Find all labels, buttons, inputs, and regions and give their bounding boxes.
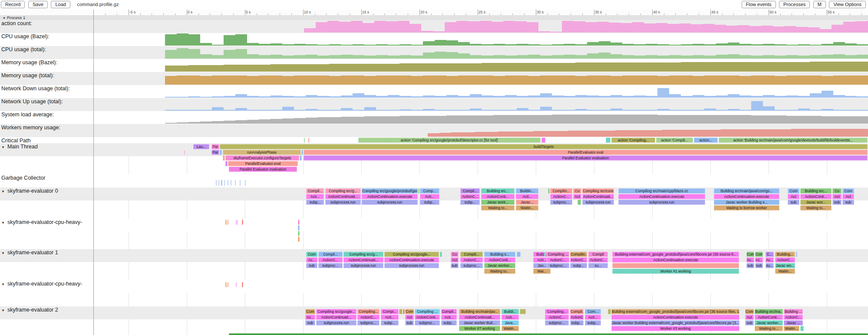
event-bar[interactable]: ActionC... (460, 194, 480, 199)
mem-bazel-chart[interactable] (93, 59, 868, 72)
event-bar[interactable]: subprocess.run (343, 263, 383, 268)
save-button[interactable]: Save (28, 1, 48, 8)
event-bar[interactable]: Compiling src/main/cpp/blaze.cc (618, 188, 705, 194)
event-bar[interactable] (228, 220, 228, 225)
event-bar[interactable]: sub (842, 200, 854, 205)
event-bar[interactable]: subprocess.run (316, 320, 356, 325)
event-bar[interactable]: Building src/main/jav... (459, 309, 500, 314)
event-bar[interactable]: Com (745, 309, 754, 314)
event-bar[interactable]: ActionContinuation.execute (384, 257, 439, 263)
event-bar[interactable]: subproc... (318, 263, 343, 268)
event-bar[interactable]: Javac worker Building s... (714, 200, 779, 205)
event-bar[interactable]: Co (832, 188, 842, 194)
event-bar[interactable] (224, 180, 225, 186)
event-bar[interactable] (796, 252, 797, 257)
event-bar[interactable] (298, 220, 300, 225)
metadata-button[interactable]: M (813, 1, 826, 8)
event-bar[interactable] (236, 220, 237, 225)
event-bar[interactable]: sub (746, 263, 754, 268)
event-bar[interactable] (578, 200, 581, 205)
cpu-total-chart[interactable] (93, 46, 868, 59)
event-bar[interactable]: ActionC... (570, 257, 587, 263)
event-bar[interactable] (237, 220, 238, 225)
event-bar[interactable] (298, 231, 300, 236)
event-bar[interactable]: subproc... (550, 200, 572, 205)
event-bar[interactable] (308, 138, 309, 143)
event-bar[interactable]: Compiling ... (547, 252, 569, 257)
event-bar[interactable] (236, 282, 237, 287)
collapse-arrow-icon[interactable]: ▼ (1, 282, 5, 286)
collapse-arrow-icon[interactable]: ▼ (3, 16, 6, 20)
event-bar[interactable] (231, 180, 231, 186)
flow-events-button[interactable]: Flow events (742, 1, 776, 8)
event-bar[interactable]: Par (211, 150, 219, 155)
event-bar[interactable]: Waitin... (784, 326, 799, 331)
event-bar[interactable]: Compiling src/google... (384, 252, 439, 257)
event-bar[interactable]: sub (745, 320, 754, 325)
event-bar[interactable]: ActionC... (545, 315, 569, 320)
event-bar[interactable]: Acti... (585, 315, 601, 320)
event-bar[interactable]: Building external/com_google_protobuf/ja… (612, 252, 739, 257)
event-bar[interactable]: subp... (460, 200, 480, 205)
event-bar[interactable] (223, 155, 225, 161)
event-bar[interactable]: subproc... (357, 320, 380, 325)
event-bar[interactable]: subp... (585, 320, 601, 325)
event-bar[interactable] (229, 333, 868, 335)
event-bar[interactable] (245, 180, 246, 186)
collapse-arrow-icon[interactable]: ▼ (1, 251, 5, 255)
event-bar[interactable]: sub (832, 200, 842, 205)
event-bar[interactable]: Com (305, 309, 315, 314)
event-bar[interactable]: Com (788, 188, 799, 194)
event-bar[interactable] (544, 252, 546, 257)
event-bar[interactable]: ActionContinuation.execute (714, 194, 779, 199)
event-bar[interactable]: sub (451, 263, 459, 268)
event-bar[interactable]: Compiling... (357, 309, 380, 314)
event-bar[interactable] (225, 220, 227, 225)
event-bar[interactable]: su... (766, 263, 774, 268)
event-bar[interactable]: ActionC... (550, 194, 572, 199)
event-bar[interactable]: su... (588, 263, 608, 268)
event-bar[interactable]: Ac... (746, 257, 754, 263)
event-bar[interactable]: ActionC... (318, 257, 343, 263)
event-bar[interactable] (541, 138, 545, 143)
event-bar[interactable]: Javac wor... (800, 200, 832, 205)
event-bar[interactable]: ActionC... (775, 257, 795, 263)
event-bar[interactable]: Acti... (306, 194, 324, 199)
event-bar[interactable]: Compilin... (570, 252, 587, 257)
event-bar[interactable] (225, 282, 227, 287)
event-bar[interactable]: Javac worker Buil... (459, 320, 500, 325)
record-button[interactable]: Record (1, 1, 25, 8)
collapse-arrow-icon[interactable]: ▼ (1, 309, 5, 312)
event-bar[interactable]: ActionContinuation.execute (362, 194, 418, 199)
event-bar[interactable]: Act (405, 315, 414, 320)
event-bar[interactable] (520, 309, 526, 314)
event-bar[interactable] (301, 150, 303, 155)
event-bar[interactable]: Wai... (533, 269, 551, 274)
event-bar[interactable]: Ac... (766, 257, 774, 263)
event-bar[interactable]: ActionC... (357, 315, 380, 320)
event-bar[interactable]: Compi... (381, 309, 399, 314)
event-bar[interactable] (440, 252, 442, 257)
event-bar[interactable] (298, 236, 300, 242)
event-bar[interactable] (608, 309, 611, 314)
event-bar[interactable]: action... (694, 138, 718, 143)
event-bar[interactable]: Com... (585, 309, 601, 314)
track-label-skyframe-evaluator-1[interactable]: ▼skyframe-evaluator 1 (1, 250, 58, 256)
sysload-chart[interactable] (93, 111, 868, 124)
event-bar[interactable]: Co (573, 188, 581, 194)
event-bar[interactable]: Buildin... (516, 188, 538, 194)
event-bar[interactable]: Javac... (516, 200, 538, 205)
event-bar[interactable]: ActionContinuati... (316, 315, 356, 320)
event-bar[interactable]: Compil... (318, 252, 343, 257)
event-bar[interactable]: runAnalysisPhase (223, 150, 301, 155)
event-bar[interactable]: buildTargets (220, 144, 868, 149)
event-bar[interactable] (240, 180, 241, 186)
event-bar[interactable]: subprocess.run (325, 200, 361, 205)
event-bar[interactable]: Lau... (193, 144, 209, 149)
event-bar[interactable]: subproc... (460, 263, 483, 268)
event-bar[interactable]: Waitin... (516, 205, 538, 210)
event-bar[interactable] (298, 225, 300, 230)
event-bar[interactable]: Waitin... (502, 326, 519, 331)
event-bar[interactable]: Waitin... (775, 269, 795, 274)
event-bar[interactable]: Worker #3 working (611, 326, 739, 331)
